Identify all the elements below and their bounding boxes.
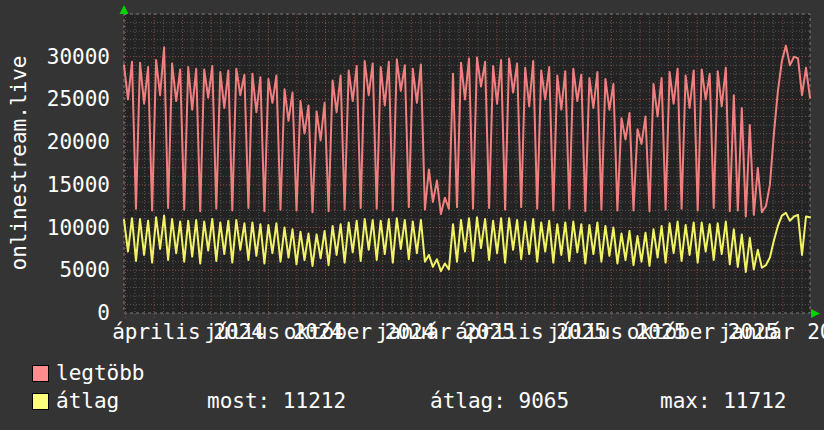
atlag-series-label: átlag [56, 390, 119, 412]
y-tick-label: 15000 [47, 174, 110, 196]
rrdtool-graph: onlinestream.live 0500010000150002000025… [0, 0, 824, 430]
atlag-series-swatch [32, 393, 49, 410]
x-tick-label: január 2026 [719, 321, 824, 343]
stat-max: max: 11712 [660, 390, 786, 412]
y-tick-label: 20000 [47, 131, 110, 153]
y-tick-label: 30000 [47, 46, 110, 68]
x-axis-tick-labels: április 2024július 2024október 2024januá… [0, 321, 824, 347]
stat-most: most: 11212 [207, 390, 346, 412]
legtobb-series-label: legtöbb [56, 362, 145, 384]
y-tick-label: 10000 [47, 217, 110, 239]
stat-atlag: átlag: 9065 [430, 390, 569, 412]
y-tick-label: 5000 [59, 259, 110, 281]
y-axis-tick-labels: 050001000015000200002500030000 [0, 0, 110, 330]
y-tick-label: 25000 [47, 88, 110, 110]
legtobb-series-swatch [32, 365, 49, 382]
